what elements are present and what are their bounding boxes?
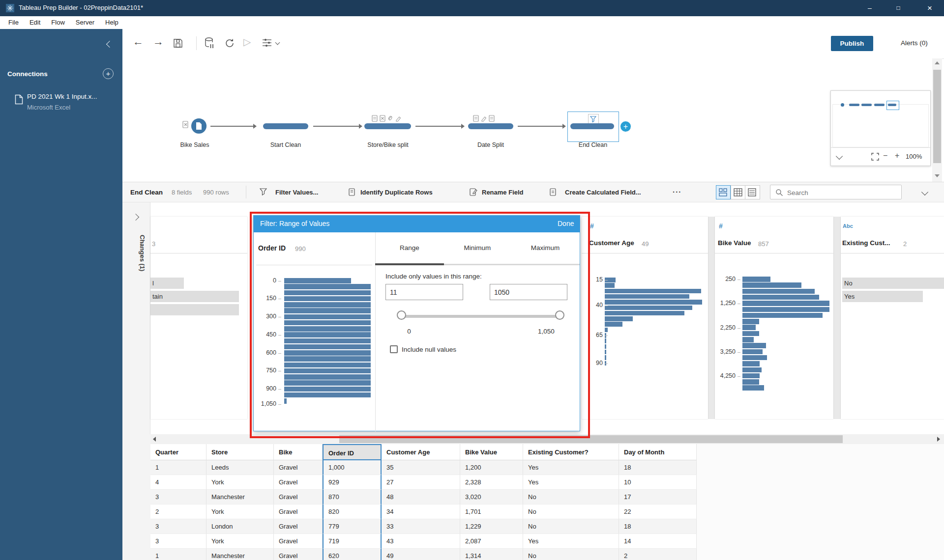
table-cell[interactable]: 870 <box>323 490 382 504</box>
search-input[interactable] <box>786 187 899 198</box>
table-cell[interactable]: 2,328 <box>460 475 523 490</box>
value-row[interactable]: l <box>150 278 184 289</box>
table-cell[interactable]: 49 <box>382 549 460 560</box>
redo-button[interactable]: → <box>153 35 164 48</box>
flow-step-date-split[interactable] <box>468 123 513 129</box>
rename-field-button[interactable]: Rename Field <box>482 189 524 196</box>
table-cell[interactable]: Gravel <box>274 460 323 475</box>
refresh-data-icon[interactable] <box>204 37 215 50</box>
table-cell[interactable]: 3 <box>150 519 206 534</box>
table-cell[interactable]: 3 <box>150 534 206 549</box>
histogram-bar[interactable] <box>284 308 371 313</box>
histogram-bar[interactable] <box>605 322 622 327</box>
field-name[interactable]: Bike Value <box>718 239 751 247</box>
histogram-bar[interactable] <box>284 380 371 386</box>
histogram-bar[interactable] <box>742 295 819 300</box>
scrollbar-thumb[interactable] <box>339 435 843 443</box>
add-step-button[interactable]: + <box>620 121 631 132</box>
table-cell[interactable]: 820 <box>323 504 382 519</box>
table-cell[interactable]: 14 <box>619 534 697 549</box>
minimize-button[interactable]: – <box>858 0 881 16</box>
expand-changes-icon[interactable] <box>132 214 139 221</box>
histogram-bar[interactable] <box>605 306 692 310</box>
settings-caret-icon[interactable] <box>275 40 280 45</box>
table-cell[interactable]: Gravel <box>274 475 323 490</box>
histogram-bar[interactable] <box>742 367 762 373</box>
table-cell[interactable]: York <box>206 475 274 490</box>
table-cell[interactable]: 33 <box>382 519 460 534</box>
histogram-bar[interactable] <box>742 379 759 385</box>
histogram-bar[interactable] <box>742 355 767 361</box>
value-row[interactable] <box>150 304 239 315</box>
scroll-down-icon[interactable] <box>935 174 940 177</box>
flow-minimap[interactable]: − + 100% <box>830 90 931 166</box>
menu-flow[interactable]: Flow <box>46 16 70 29</box>
table-cell[interactable]: Manchester <box>206 549 274 560</box>
histogram-bar[interactable] <box>605 289 701 294</box>
value-row[interactable]: No <box>842 278 944 289</box>
table-cell[interactable]: 779 <box>323 519 382 534</box>
table-cell[interactable]: 48 <box>382 490 460 504</box>
table-cell[interactable]: 1 <box>150 549 206 560</box>
histogram-bar[interactable] <box>742 313 823 318</box>
histogram-bar[interactable] <box>284 392 371 398</box>
histogram-bar[interactable] <box>284 368 371 374</box>
view-toggle-list[interactable] <box>745 185 760 199</box>
minimap-collapse-icon[interactable] <box>836 153 843 160</box>
table-cell[interactable]: No <box>523 519 619 534</box>
undo-button[interactable]: ← <box>133 35 144 48</box>
table-cell[interactable]: 1 <box>150 460 206 475</box>
histogram-bar[interactable] <box>605 328 608 333</box>
histogram-bar[interactable] <box>284 296 371 302</box>
maximize-button[interactable]: □ <box>887 0 910 16</box>
table-cell[interactable]: 1,229 <box>460 519 523 534</box>
flow-step-end-clean-selection[interactable] <box>567 112 619 142</box>
table-cell[interactable]: Yes <box>523 475 619 490</box>
table-cell[interactable]: Gravel <box>274 534 323 549</box>
string-type-icon[interactable]: Abc <box>843 223 853 229</box>
table-cell[interactable]: Leeds <box>206 460 274 475</box>
histogram-bar[interactable] <box>284 387 371 392</box>
column-header-bike[interactable]: Bike <box>274 444 323 460</box>
flow-step-start-clean[interactable] <box>263 123 308 129</box>
table-cell[interactable]: Gravel <box>274 519 323 534</box>
table-cell[interactable]: Yes <box>523 460 619 475</box>
range-min-input[interactable] <box>385 284 463 300</box>
slider-handle-max[interactable] <box>555 310 564 320</box>
field-card-customer-age[interactable]: # Customer Age 49 <box>582 217 708 419</box>
column-header-day-of-month[interactable]: Day of Month <box>619 444 697 460</box>
histogram-bar[interactable] <box>284 332 371 337</box>
histogram-bar[interactable] <box>284 356 371 362</box>
slider-handle-min[interactable] <box>397 310 406 320</box>
profile-horizontal-scrollbar[interactable] <box>150 434 944 444</box>
table-cell[interactable]: 3,020 <box>460 490 523 504</box>
table-cell[interactable]: 3 <box>150 490 206 504</box>
histogram-bar[interactable] <box>742 343 766 348</box>
changes-panel-collapsed[interactable] <box>122 202 150 434</box>
table-cell[interactable]: Manchester <box>206 490 274 504</box>
histogram-bar[interactable] <box>742 373 760 379</box>
tab-maximum[interactable]: Maximum <box>516 244 575 252</box>
table-cell[interactable]: 43 <box>382 534 460 549</box>
histogram-bar[interactable] <box>742 349 763 355</box>
search-box[interactable] <box>770 185 902 199</box>
table-cell[interactable]: London <box>206 519 274 534</box>
table-cell[interactable]: No <box>523 504 619 519</box>
rename-field-icon[interactable] <box>470 188 477 196</box>
flow-step-end-clean[interactable] <box>570 123 614 129</box>
histogram-bar[interactable] <box>284 350 371 356</box>
table-cell[interactable]: 1,200 <box>460 460 523 475</box>
table-cell[interactable]: 22 <box>619 504 697 519</box>
flow-step-bike-sales[interactable] <box>191 118 206 134</box>
run-flow-icon[interactable]: ▷ <box>243 36 251 48</box>
histogram-bar[interactable] <box>742 301 829 306</box>
histogram-bar[interactable] <box>284 344 371 350</box>
histogram-bar[interactable] <box>742 319 759 324</box>
include-nulls-checkbox[interactable] <box>390 345 398 353</box>
filter-values-icon[interactable] <box>260 188 267 196</box>
field-card-bike-partial[interactable]: 3 <box>150 217 247 419</box>
table-cell[interactable]: 18 <box>619 460 697 475</box>
histogram-bar[interactable] <box>605 355 606 360</box>
histogram-bar[interactable] <box>284 278 351 283</box>
minimap-viewport[interactable] <box>886 101 899 110</box>
